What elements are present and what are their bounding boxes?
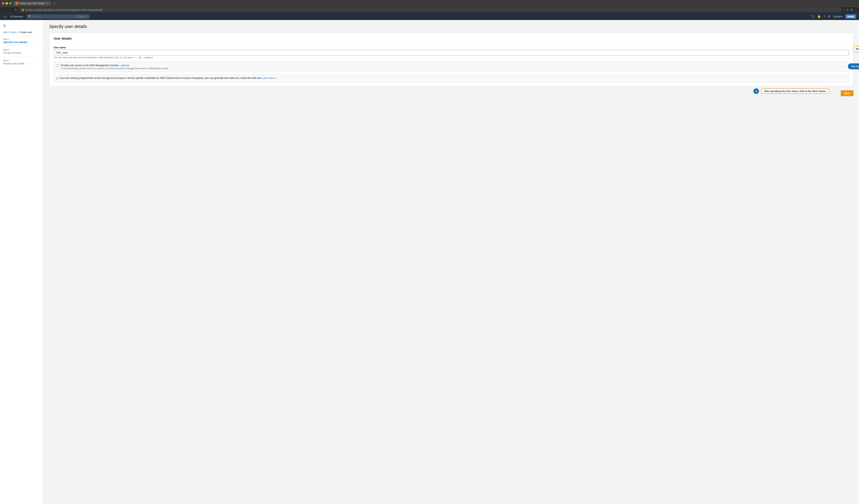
sidebar-step-2: Step 2 Set permissions (0, 47, 43, 56)
next-button[interactable]: Next (841, 90, 854, 96)
action-row: 5 After specifying the User name, click … (49, 90, 854, 96)
content-area: Specify user details User details User n… (44, 20, 859, 504)
username-label: User name (54, 46, 849, 49)
optional-callout: You can enable this option; it is option… (848, 63, 859, 69)
breadcrumb-current: Create user (20, 31, 32, 34)
console-access-option: Provide user access to the AWS Managemen… (54, 61, 849, 72)
sidebar-toggle[interactable]: ☰ (0, 22, 43, 29)
search-input[interactable] (32, 15, 75, 18)
optional-label: - optional (119, 64, 129, 67)
username-input[interactable] (54, 50, 849, 56)
window-minimize-button[interactable] (5, 2, 8, 4)
tab-title: Create user | IAM | Global (19, 2, 45, 4)
search-bar[interactable]: 🔍 [Option+S] (26, 14, 90, 19)
step2-label: Step 2 (3, 48, 40, 51)
sidebar: ☰ IAM > Users > Create user Step 1 Speci… (0, 20, 44, 504)
info-text: If you are creating programmatic access … (59, 77, 277, 79)
aws-topnav: aws ⊞ Services 🔍 [Option+S] ⬛ 🔔 ? ⚙ Glob… (0, 13, 859, 20)
services-label: Services (13, 15, 23, 18)
window-controls (2, 2, 12, 4)
sidebar-step-3: Step 3 Review and create (0, 58, 43, 66)
learn-more-link[interactable]: Learn more ↗ (262, 77, 277, 79)
cloudshell-icon[interactable]: ⬛ (811, 15, 815, 18)
nav-forward-button[interactable]: → (8, 8, 12, 12)
page-title: Specify user details (49, 24, 854, 29)
username-hint: The user name can have up to 64 characte… (54, 56, 849, 59)
breadcrumb: IAM > Users > Create user (0, 29, 43, 34)
step3-label: Step 3 (3, 59, 40, 62)
step1-name: Specify user details (3, 41, 40, 44)
step2-name: Set permissions (3, 51, 40, 54)
services-menu[interactable]: ⊞ Services (11, 15, 23, 18)
account-button[interactable]: ▮▮▮▮▮ (845, 14, 856, 19)
breadcrumb-iam[interactable]: IAM (3, 31, 7, 34)
aws-logo: aws (3, 15, 7, 18)
console-access-sublabel: If you're providing console access to a … (61, 67, 169, 70)
browser-chrome: Create user | IAM | Global ✕ + (0, 0, 859, 7)
address-bar-row: ← → ↻ 🔒 us-east-1.console.aws.amazon.com… (0, 7, 859, 13)
sidebar-step-1: Step 1 Specify user details (0, 36, 43, 45)
tab-favicon (15, 2, 18, 5)
breadcrumb-sep2: > (17, 31, 19, 34)
address-text: us-east-1.console.aws.amazon.com/iam/hom… (25, 9, 102, 11)
global-label: Global (833, 15, 841, 18)
window-maximize-button[interactable] (9, 2, 12, 4)
username-form-group: User name The user name can have up to 6… (54, 46, 849, 59)
address-bar[interactable]: 🔒 us-east-1.console.aws.amazon.com/iam/h… (19, 8, 842, 12)
next-instruction-callout: After specifying the User name, click on… (761, 89, 830, 94)
download-icon[interactable]: ⬇ (847, 8, 849, 11)
window-close-button[interactable] (2, 2, 4, 4)
breadcrumb-sep1: > (8, 31, 10, 34)
notifications-icon[interactable]: 🔔 (817, 15, 821, 18)
info-box: ℹ If you are creating programmatic acces… (54, 75, 849, 82)
topnav-right: ⬛ 🔔 ? ⚙ Global ▾ ▮▮▮▮▮ (811, 14, 856, 19)
settings-icon[interactable]: ⚙ (828, 15, 830, 18)
browser-tab[interactable]: Create user | IAM | Global ✕ (13, 1, 51, 5)
menu-icon[interactable]: ⋮ (855, 8, 857, 11)
user-details-card: User details User name The user name can… (49, 33, 854, 86)
info-icon: ℹ (57, 77, 58, 80)
username-callout: Provide a name for your user. (853, 46, 859, 52)
best-practice-link[interactable]: best practice (111, 67, 123, 70)
breadcrumb-users[interactable]: Users (10, 31, 16, 34)
console-access-checkbox[interactable] (57, 64, 59, 67)
step1-label: Step 1 (3, 38, 40, 40)
help-icon[interactable]: ? (824, 15, 825, 18)
tab-close-icon[interactable]: ✕ (47, 2, 48, 5)
new-tab-button[interactable]: + (52, 1, 57, 5)
console-access-label: Provide user access to the AWS Managemen… (61, 64, 169, 67)
search-icon: 🔍 (28, 15, 31, 18)
step3-name: Review and create (3, 62, 40, 65)
step-badge: 5 (753, 88, 759, 94)
global-region-selector[interactable]: Global ▾ (833, 15, 843, 18)
nav-reload-button[interactable]: ↻ (14, 8, 18, 12)
chevron-down-icon: ▾ (841, 15, 843, 18)
nav-back-button[interactable]: ← (2, 8, 6, 12)
card-title: User details (54, 37, 849, 43)
profile-icon[interactable]: 👤 (850, 8, 853, 11)
bookmark-icon[interactable]: ☆ (843, 8, 845, 11)
lock-icon: 🔒 (21, 9, 24, 11)
search-shortcut: [Option+S] (76, 15, 88, 18)
address-actions: ☆ ⬇ 👤 ⋮ (843, 8, 857, 11)
main-wrapper: ☰ IAM > Users > Create user Step 1 Speci… (0, 20, 859, 504)
